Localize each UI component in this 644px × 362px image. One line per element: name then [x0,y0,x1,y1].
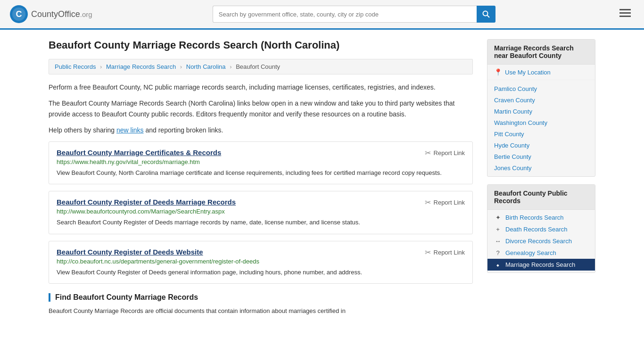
list-item: + Death Records Search [487,223,595,235]
county-link-pitt[interactable]: Pitt County [494,131,524,138]
use-my-location-link[interactable]: Use My Location [505,69,551,76]
birth-icon: ✦ [494,214,502,221]
page-title: Beaufort County Marriage Records Search … [49,39,473,51]
list-item: Pitt County [487,128,595,140]
list-item: ✦ Birth Records Search [487,212,595,223]
svg-point-3 [483,11,487,16]
sidebar: Marriage Records Search near Beaufort Co… [487,39,595,316]
county-link-jones[interactable]: Jones County [494,165,532,172]
report-link-1[interactable]: ✂ Report Link [425,148,465,157]
description-2: The Beaufort County Marriage Records Sea… [49,98,473,119]
result-url-1: https://www.health.ny.gov/vital_records/… [57,158,465,165]
location-pin-icon: 📍 [494,68,502,76]
result-card-2: ✂ Report Link Beaufort County Register o… [49,191,473,234]
header: C CountyOffice.org [0,0,644,30]
list-item: ? Genealogy Search [487,247,595,259]
hamburger-icon [619,9,631,17]
genealogy-icon: ? [494,249,502,256]
public-records-list: ✦ Birth Records Search + Death Records S… [487,210,595,272]
result-title-1[interactable]: Beaufort County Marriage Certificates & … [57,148,221,156]
description-3: Help others by sharing new links and rep… [49,125,473,135]
search-icon [482,10,490,18]
result-title-3[interactable]: Beaufort County Register of Deeds Websit… [57,248,203,256]
public-records-section: Beaufort County Public Records ✦ Birth R… [487,184,595,273]
result-desc-3: View Beaufort County Register of Deeds g… [57,268,465,277]
svg-rect-5 [619,9,631,10]
county-link-bertie[interactable]: Bertie County [494,153,531,160]
logo-ext: .org [80,10,92,18]
section-heading: Find Beaufort County Marriage Records [49,293,473,302]
list-item-active: ⬥ Marriage Records Search [487,259,595,271]
report-icon-1: ✂ [425,148,431,157]
svg-rect-7 [619,16,631,17]
section-description: Beaufort County Marriage Records are off… [49,306,473,316]
county-link-washington[interactable]: Washington County [494,119,547,126]
logo-area: C CountyOffice.org [9,5,92,24]
result-title-2[interactable]: Beaufort County Register of Deeds Marria… [57,198,236,206]
report-link-2[interactable]: ✂ Report Link [425,198,465,207]
result-card-1: ✂ Report Link Beaufort County Marriage C… [49,141,473,185]
breadcrumb-public-records[interactable]: Public Records [55,63,96,70]
report-icon-2: ✂ [425,198,431,207]
svg-line-4 [487,16,489,18]
death-records-link[interactable]: Death Records Search [505,226,568,233]
description-1: Perform a free Beaufort County, NC publi… [49,82,473,92]
divorce-records-link[interactable]: Divorce Records Search [505,238,572,245]
use-my-location[interactable]: 📍 Use My Location [487,65,595,80]
list-item: Bertie County [487,151,595,162]
new-links-link[interactable]: new links [116,126,144,134]
result-url-2: http://www.beaufortcountyrod.com/Marriag… [57,208,465,215]
content-area: Beaufort County Marriage Records Search … [49,39,473,316]
result-desc-2: Search Beaufort County Register of Deeds… [57,218,465,227]
county-link-hyde[interactable]: Hyde County [494,142,529,149]
nearby-counties-list: Pamlico County Craven County Martin Coun… [487,80,595,176]
public-records-title: Beaufort County Public Records [487,185,595,210]
menu-button[interactable] [616,6,635,22]
list-item: Washington County [487,117,595,128]
report-link-3[interactable]: ✂ Report Link [425,248,465,257]
result-desc-1: View Beaufort County, North Carolina mar… [57,168,465,178]
list-item: Hyde County [487,140,595,151]
list-item: Jones County [487,162,595,173]
logo-icon: C [9,5,28,24]
logo-name: CountyOffice [31,9,80,19]
divorce-icon: ↔ [494,238,502,245]
list-item: ↔ Divorce Records Search [487,235,595,247]
nearby-counties-title: Marriage Records Search near Beaufort Co… [487,40,595,65]
county-link-pamlico[interactable]: Pamlico County [494,85,537,92]
marriage-records-link[interactable]: Marriage Records Search [505,261,575,268]
result-card-3: ✂ Report Link Beaufort County Register o… [49,241,473,284]
report-icon-3: ✂ [425,248,431,257]
list-item: Pamlico County [487,83,595,94]
logo-text: CountyOffice.org [31,9,92,19]
breadcrumb: Public Records › Marriage Records Search… [49,59,473,74]
genealogy-search-link[interactable]: Genealogy Search [505,249,556,256]
main-container: Beaufort County Marriage Records Search … [39,30,605,316]
breadcrumb-north-carolina[interactable]: North Carolina [186,63,226,70]
search-area [213,6,495,23]
breadcrumb-marriage-records-search[interactable]: Marriage Records Search [106,63,176,70]
svg-text:C: C [16,9,22,19]
search-input[interactable] [213,6,477,23]
breadcrumb-current: Beaufort County [236,63,280,70]
search-button[interactable] [477,6,495,23]
list-item: Martin County [487,106,595,117]
nearby-counties-section: Marriage Records Search near Beaufort Co… [487,39,595,177]
birth-records-link[interactable]: Birth Records Search [505,214,564,221]
marriage-icon: ⬥ [494,261,502,268]
county-link-craven[interactable]: Craven County [494,97,535,104]
death-icon: + [494,226,502,233]
list-item: Craven County [487,94,595,106]
county-link-martin[interactable]: Martin County [494,108,532,115]
svg-rect-6 [619,12,631,14]
result-url-3: http://co.beaufort.nc.us/departments/gen… [57,258,465,265]
